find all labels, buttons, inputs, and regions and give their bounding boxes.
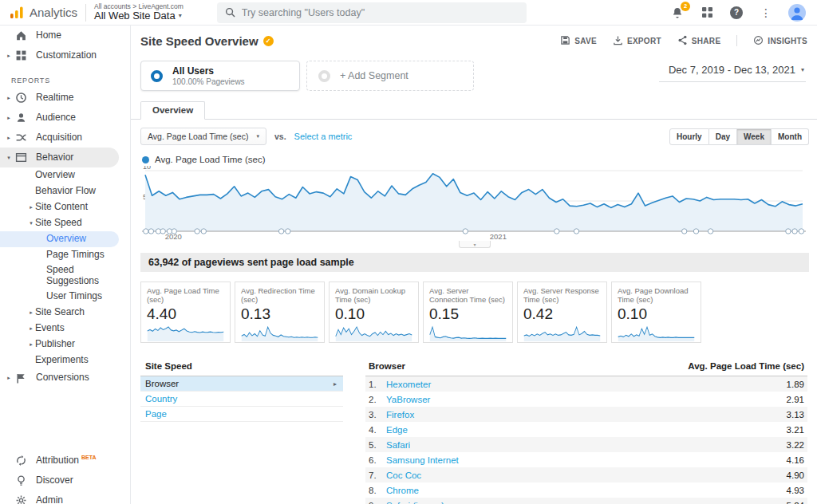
segment-all-users[interactable]: All Users 100.00% Pageviews xyxy=(140,61,300,91)
browser-link[interactable]: Safari xyxy=(386,440,410,450)
chevron-right-icon[interactable]: ▸ xyxy=(5,95,13,101)
granularity-month[interactable]: Month xyxy=(772,128,809,145)
sidebar-nav: Home▸CustomizationREPORTS▸Realtime▸Audie… xyxy=(0,26,131,504)
chevron-right-icon[interactable]: ▸ xyxy=(27,309,35,316)
browser-link[interactable]: Safari (in-app) xyxy=(386,501,444,504)
chevron-right-icon[interactable]: ▸ xyxy=(5,135,13,141)
notifications-button[interactable]: 2 xyxy=(670,6,685,20)
metric-card-avg-page-load-time-sec[interactable]: Avg. Page Load Time (sec)4.40 xyxy=(140,282,231,343)
sidebar-item-events[interactable]: ▸Events xyxy=(0,321,130,337)
segment-builder: All Users 100.00% Pageviews + Add Segmen… xyxy=(131,56,817,100)
chevron-right-icon[interactable]: ▸ xyxy=(27,325,35,332)
help-button[interactable]: ? xyxy=(729,6,744,20)
dimension-row-browser[interactable]: Browser▸ xyxy=(140,376,343,392)
browser-link[interactable]: Coc Coc xyxy=(386,471,421,480)
sidebar-item-overview[interactable]: Overview xyxy=(0,167,130,183)
search-bar[interactable] xyxy=(217,2,527,23)
browser-link[interactable]: Firefox xyxy=(386,410,414,419)
action-label: EXPORT xyxy=(627,37,661,45)
date-range-selector[interactable]: Dec 7, 2019 - Dec 13, 2021 ▾ xyxy=(659,64,806,82)
property-selector[interactable]: All Web Site Data ▾ xyxy=(94,10,184,22)
sidebar-item-discover[interactable]: Discover xyxy=(0,471,130,490)
granularity-day[interactable]: Day xyxy=(709,128,737,145)
metric-card-avg-server-response-time-sec[interactable]: Avg. Server Response Time (sec)0.42 xyxy=(517,282,607,343)
insights-button[interactable]: INSIGHTS xyxy=(753,35,807,47)
sidebar-item-publisher[interactable]: ▸Publisher xyxy=(0,337,130,352)
chevron-right-icon[interactable]: ▸ xyxy=(5,115,13,121)
browser-link[interactable]: YaBrowser xyxy=(386,395,430,404)
sidebar-item-admin[interactable]: Admin xyxy=(0,490,130,504)
metric-card-label: Avg. Page Load Time (sec) xyxy=(147,286,224,305)
browser-table-header: Browser Avg. Page Load Time (sec) xyxy=(365,359,807,376)
sidebar-item-audience[interactable]: ▸Audience xyxy=(0,108,130,128)
sidebar-item-label: Speed Suggestions xyxy=(46,265,120,287)
sidebar-item-behavior-flow[interactable]: Behavior Flow xyxy=(0,183,130,199)
chevron-right-icon[interactable]: ▸ xyxy=(5,53,13,59)
sidebar-item-home[interactable]: Home xyxy=(0,26,130,45)
dimension-row-page[interactable]: Page xyxy=(140,407,343,422)
search-input[interactable] xyxy=(242,7,519,18)
metric-card-sparkline xyxy=(147,325,224,342)
sidebar-item-behavior[interactable]: ▾Behavior xyxy=(0,148,119,167)
sidebar-item-label: Behavior xyxy=(36,152,73,163)
annotations-expander[interactable]: ▾ xyxy=(459,241,491,248)
chart-legend: Avg. Page Load Time (sec) xyxy=(142,155,809,164)
chevron-down-icon: ▾ xyxy=(256,133,259,140)
analytics-logo[interactable]: Analytics xyxy=(0,6,85,19)
metric-card-avg-server-connection-time-sec[interactable]: Avg. Server Connection Time (sec)0.15 xyxy=(423,282,513,343)
chevron-right-icon[interactable]: ▸ xyxy=(5,375,13,381)
chevron-right-icon: ▸ xyxy=(334,380,337,388)
save-button[interactable]: SAVE xyxy=(560,35,597,47)
sidebar-item-site-speed[interactable]: ▾Site Speed xyxy=(0,215,130,231)
metric-card-value: 0.42 xyxy=(523,305,601,323)
property-name: All Web Site Data xyxy=(94,10,176,22)
chevron-down-icon[interactable]: ▾ xyxy=(27,220,35,226)
chevron-down-icon[interactable]: ▾ xyxy=(5,155,13,161)
metric-dropdown[interactable]: Avg. Page Load Time (sec) ▾ xyxy=(140,128,266,145)
chevron-right-icon[interactable]: ▸ xyxy=(27,204,35,211)
sidebar-item-speed-suggestions[interactable]: Speed Suggestions xyxy=(0,263,130,289)
sidebar-item-label: Attribution xyxy=(36,455,79,467)
browser-link[interactable]: Hexometer xyxy=(386,380,431,389)
sidebar-item-page-timings[interactable]: Page Timings xyxy=(0,247,130,263)
report-main: Site Speed Overview ✓ SAVEEXPORTSHAREINS… xyxy=(131,26,817,504)
sidebar-item-site-search[interactable]: ▸Site Search xyxy=(0,305,130,321)
overflow-menu-button[interactable]: ⋮ xyxy=(759,6,773,20)
sidebar-item-conversions[interactable]: ▸Conversions xyxy=(0,368,130,388)
sidebar-item-user-timings[interactable]: User Timings xyxy=(0,289,130,305)
metric-card-avg-page-download-time-sec[interactable]: Avg. Page Download Time (sec)0.10 xyxy=(611,282,701,343)
sidebar-item-acquisition[interactable]: ▸Acquisition xyxy=(0,128,130,148)
sparkline-chart xyxy=(241,325,318,342)
sidebar-item-customization[interactable]: ▸Customization xyxy=(0,45,130,65)
browser-col-header[interactable]: Browser xyxy=(369,361,405,371)
user-avatar[interactable] xyxy=(788,4,806,22)
metric-card-sparkline xyxy=(618,325,695,342)
sidebar-item-attribution[interactable]: AttributionBETA xyxy=(0,451,130,471)
sparkline-chart xyxy=(429,325,507,342)
sidebar-item-experiments[interactable]: Experiments xyxy=(0,352,130,368)
select-metric-link[interactable]: Select a metric xyxy=(294,132,353,141)
value-col-header[interactable]: Avg. Page Load Time (sec) xyxy=(688,361,804,371)
dimension-table-header: Site Speed xyxy=(140,359,343,376)
granularity-week[interactable]: Week xyxy=(737,128,772,145)
export-button[interactable]: EXPORT xyxy=(613,35,661,47)
timeseries-chart[interactable]: 51020202021 xyxy=(140,166,809,242)
sidebar-item-realtime[interactable]: ▸Realtime xyxy=(0,88,130,108)
sidebar-item-overview[interactable]: Overview xyxy=(0,231,119,247)
dimension-row-country[interactable]: Country xyxy=(140,392,343,407)
apps-grid-button[interactable] xyxy=(700,6,714,20)
chevron-right-icon[interactable]: ▸ xyxy=(27,341,35,348)
tab-overview[interactable]: Overview xyxy=(140,101,205,120)
add-segment-button[interactable]: + Add Segment xyxy=(306,61,474,91)
segment-label: All Users xyxy=(172,65,245,77)
browser-link[interactable]: Edge xyxy=(386,425,408,435)
metric-card-avg-domain-lookup-time-sec[interactable]: Avg. Domain Lookup Time (sec)0.10 xyxy=(329,282,419,343)
browser-link[interactable]: Samsung Internet xyxy=(386,455,459,465)
row-value: 4.16 xyxy=(787,455,804,465)
sidebar-item-site-content[interactable]: ▸Site Content xyxy=(0,199,130,215)
chevron-down-icon: ▾ xyxy=(179,13,182,20)
browser-link[interactable]: Chrome xyxy=(386,486,419,495)
metric-card-avg-redirection-time-sec[interactable]: Avg. Redirection Time (sec)0.13 xyxy=(235,282,325,343)
share-button[interactable]: SHARE xyxy=(677,35,721,47)
granularity-hourly[interactable]: Hourly xyxy=(669,128,709,145)
